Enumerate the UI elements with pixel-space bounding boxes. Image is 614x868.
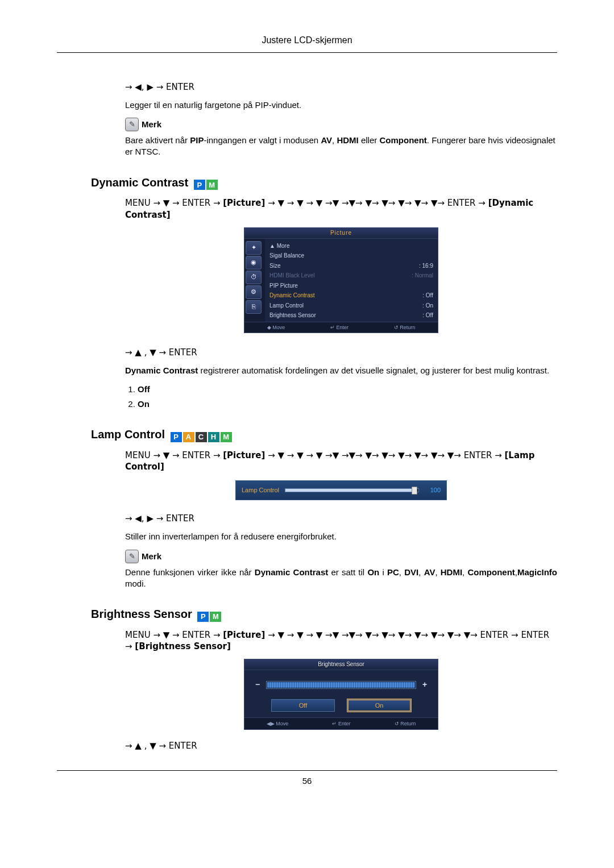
lamp-menu-path: MENU → ▼ → ENTER → [Picture] → ▼ → ▼ → ▼… [125,450,557,473]
osd-tab-icon: ✦ [246,241,262,255]
intro-nav: → ◀, ▶ → ENTER [125,81,557,93]
intro-desc: Legger til en naturlig fargetone på PIP-… [125,99,557,111]
bs-menu-path: MENU → ▼ → ENTER → [Picture] → ▼ → ▼ → ▼… [125,629,557,653]
t: [Picture] [223,198,265,208]
osd-tab-icon: ⏱ [246,271,262,284]
badge-m: M [220,431,233,443]
bs-block: MENU → ▼ → ENTER → [Picture] → ▼ → ▼ → ▼… [125,629,557,752]
t: , [418,567,424,577]
t: MENU → ▼ → ENTER → [125,198,223,208]
t: MENU → ▼ → ENTER → [125,630,223,640]
osd-tab-icon: ⎘ [246,300,262,314]
lamp-nav2: → ◀, ▶ → ENTER [125,513,557,524]
t: -inngangen er valgt i modusen [204,135,321,145]
t: Move [276,721,288,726]
osd-title: Picture [244,228,438,239]
osd-row-val: Off [426,312,433,318]
t: [Brightness Sensor] [135,641,231,651]
badge-m: M [209,611,222,622]
t: registrerer automatisk fordelingen av de… [198,366,549,375]
lamp-slider-track [285,488,419,492]
dyn-desc: Dynamic Contrast registrerer automatisk … [125,365,557,376]
osd-row-label: Size [269,262,280,270]
t: HDMI [337,135,358,145]
intro-block: → ◀, ▶ → ENTER Legger til en naturlig fa… [125,81,557,158]
t: HDMI [441,567,462,577]
mode-badges: P M [193,179,218,190]
osd-row-val: 16:9 [422,263,433,269]
t: Denne funksjonen virker ikke når [125,567,255,577]
bs-nav2: → ▲ , ▼ → ENTER [125,740,557,751]
lamp-control-heading: Lamp Control P A C H M [91,427,557,443]
badge-h: H [208,431,220,443]
t: Return [400,325,415,330]
note-icon: ✎ [125,550,139,563]
t: Return [400,721,416,726]
note-row: ✎ Merk [125,118,557,131]
plus-icon: + [422,679,428,690]
t: PIP [190,135,204,145]
bs-title: Brightness Sensor [244,659,438,670]
dyn-nav2: → ▲ , ▼ → ENTER [125,347,557,358]
note-label: Merk [142,119,161,130]
intro-note-text: Bare aktivert når PIP-inngangen er valgt… [125,135,557,158]
osd-row-label: PIP Picture [269,282,298,290]
t: AV [424,567,435,577]
t: DVI [404,567,418,577]
osd-picture-menu: Picture ✦ ◉ ⏱ ⚙ ⎘ ▲ More Sigal Balance S… [125,227,557,333]
lamp-slider-label: Lamp Control [242,486,279,495]
t: , [399,567,404,577]
badge-p: P [197,611,209,622]
osd-row-val: On [426,302,433,309]
t: Bare aktivert når [125,135,190,145]
osd-row-label: Lamp Control [269,302,304,310]
osd-footer: ◆ Move ↵ Enter ↺ Return [244,322,438,333]
lamp-slider-box: Lamp Control 100 [235,480,447,500]
page-footer: 56 [57,770,557,787]
t: Enter [336,325,349,330]
t: → ▼ → ▼ → ▼ →▼ →▼→ ▼→ ▼→ ▼→ ▼→ ▼→ ▼→ ▼→ … [265,630,521,640]
heading-text: Brightness Sensor [91,608,192,620]
t: MagicInfo [517,567,557,577]
bs-off-button: Off [271,699,335,712]
osd-tab-icon: ⚙ [246,285,262,299]
bs-buttons: Off On [244,698,438,717]
note-icon: ✎ [125,118,139,131]
osd-row-label: Sigal Balance [269,252,304,260]
osd-tab-icon: ◉ [246,256,262,269]
osd-row-label: Brightness Sensor [269,312,316,319]
t: → ▼ → ▼ → ▼ →▼ →▼→ ▼→ ▼→ ▼→ ▼→ ▼→ ▼→ ENT… [265,450,504,460]
bs-slider-track [266,681,416,689]
heading-text: Dynamic Contrast [91,176,188,189]
osd-row-label: HDMI Black Level [269,272,314,280]
t: er satt til [328,567,367,577]
osd-row-label: Dynamic Contrast [269,292,314,300]
badge-c: C [195,431,208,443]
brightness-sensor-box: Brightness Sensor − + Off On ◀▶ Move ↵ E… [244,659,438,730]
option-off: Off [138,384,150,394]
lamp-block: MENU → ▼ → ENTER → [Picture] → ▼ → ▼ → ▼… [125,450,557,589]
lamp-slider-handle [412,487,417,495]
mode-badges: P A C H M [170,431,233,443]
note-row: ✎ Merk [125,550,557,563]
page-header: Justere LCD-skjermen [57,34,557,53]
t: Dynamic Contrast [125,366,198,375]
t: [Picture] [223,630,265,640]
t: AV [321,135,332,145]
osd-tabs: ✦ ◉ ⏱ ⚙ ⎘ [244,239,265,322]
osd-more: ▲ More [269,242,289,250]
bs-on-button: On [347,699,411,712]
page-number: 56 [302,776,312,786]
t: On [367,567,379,577]
dyn-block: MENU → ▼ → ENTER → [Picture] → ▼ → ▼ → ▼… [125,197,557,410]
minus-icon: − [255,679,260,690]
t: Enter [338,721,351,726]
badge-a: A [182,431,195,443]
t: [Picture] [223,450,265,460]
dynamic-contrast-heading: Dynamic Contrast P M [91,175,557,191]
badge-p: P [193,179,206,190]
t: MENU → ▼ → ENTER → [125,450,223,460]
t: → ▼ → ▼ → ▼ →▼ →▼→ ▼→ ▼→ ▼→ ▼→ ▼→ ENTER … [265,198,488,208]
t: , [462,567,467,577]
option-on: On [138,399,150,409]
